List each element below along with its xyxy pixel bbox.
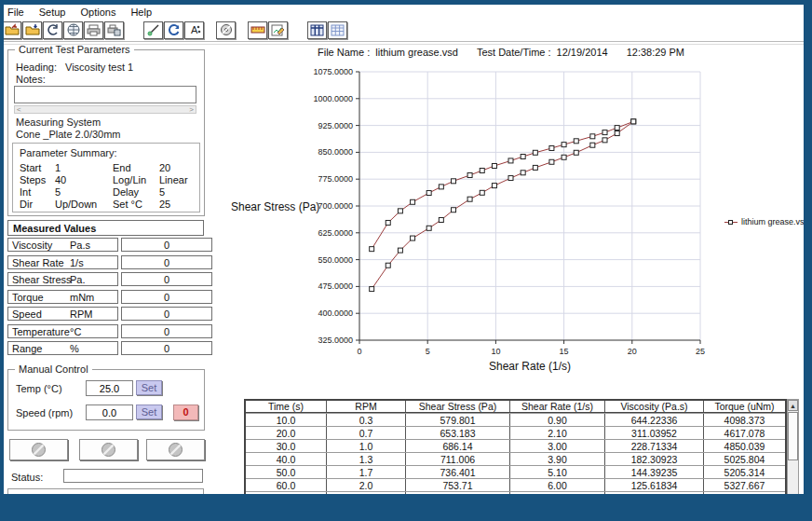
- results-header-cell: Time (s): [246, 401, 327, 412]
- measured-unit-text: RPM: [70, 308, 92, 320]
- speed-set-button[interactable]: Set: [136, 404, 162, 419]
- results-data-row: 20.00.7653.1832.10311.039524617.078: [246, 426, 785, 439]
- data-marker: [492, 184, 496, 188]
- results-cell: 182.30923: [605, 453, 704, 465]
- scroll-up-icon[interactable]: ▲: [788, 400, 798, 411]
- results-header-cell: Shear Stress (Pa): [406, 401, 510, 412]
- scroll-left-icon[interactable]: <: [17, 106, 21, 113]
- notes-input[interactable]: [14, 86, 196, 103]
- data-marker: [386, 220, 390, 225]
- notes-hscrollbar[interactable]: < >: [14, 105, 196, 114]
- shear-stress-chart: 325.0000400.0000475.0000550.0000625.0000…: [310, 58, 720, 379]
- param-summary-cell: 5: [159, 186, 196, 199]
- results-data-row: 40.01.3711.0063.90182.309235025.804: [246, 452, 785, 465]
- measured-label-shear-stress: Shear StressPa.: [7, 272, 118, 286]
- chart-edit-icon: [271, 24, 285, 36]
- measured-unit-text: 1/s: [70, 257, 84, 268]
- results-header-cell: RPM: [327, 401, 406, 412]
- menu-help[interactable]: Help: [130, 7, 152, 18]
- results-cell: 6.00: [510, 479, 605, 491]
- menu-options[interactable]: Options: [80, 7, 115, 18]
- measured-value-box: 0: [121, 290, 212, 304]
- grid-light-button[interactable]: [328, 21, 347, 39]
- y-tick-label: 325.0000: [318, 336, 353, 345]
- save-file-button[interactable]: [22, 21, 42, 39]
- measured-label-shear-rate: Shear Rate1/s: [7, 255, 118, 269]
- data-marker: [562, 143, 566, 147]
- results-cell: 4098.373: [704, 414, 785, 426]
- menu-file[interactable]: File: [7, 7, 24, 18]
- results-cell: 40.0: [246, 453, 327, 465]
- data-marker: [562, 155, 566, 159]
- svg-text:A: A: [191, 24, 198, 35]
- ruler-button[interactable]: [248, 21, 267, 39]
- results-cell: 1.7: [327, 466, 406, 478]
- results-cell: 644.22336: [605, 414, 704, 426]
- y-tick-label: 400.0000: [318, 308, 353, 318]
- results-grid: Time (s)RPMShear Stress (Pa)Shear Rate (…: [244, 399, 787, 496]
- prohibited-icon: [31, 442, 47, 458]
- menu-setup[interactable]: Setup: [39, 7, 66, 18]
- data-marker: [521, 171, 525, 175]
- measured-label-speed: SpeedRPM: [7, 307, 118, 321]
- results-cell: 2.0: [327, 479, 406, 491]
- ruler-icon: [250, 24, 265, 35]
- test-date-value: 12/19/2014: [557, 47, 608, 58]
- status-input[interactable]: [63, 469, 203, 483]
- print-button[interactable]: [84, 21, 103, 39]
- open-file-button[interactable]: [2, 21, 21, 39]
- cd-button[interactable]: [216, 21, 236, 39]
- refresh-button[interactable]: [164, 21, 183, 39]
- manual-control-title: Manual Control: [15, 363, 92, 375]
- redo-button[interactable]: [43, 21, 62, 39]
- file-name-label: File Name :: [318, 47, 370, 58]
- chart-legend: lithium grease.vsd: [724, 217, 809, 226]
- print-preview-button[interactable]: [104, 21, 124, 39]
- y-tick-label: 1075.0000: [313, 67, 353, 76]
- scroll-right-icon[interactable]: >: [189, 106, 194, 113]
- measured-label-text: Torque: [12, 292, 44, 303]
- results-cell: 579.801: [406, 414, 510, 426]
- notes-label: Notes:: [16, 74, 46, 85]
- results-cell: 10.0: [246, 414, 327, 426]
- temp-set-button[interactable]: Set: [136, 380, 162, 395]
- results-cell: 311.03952: [605, 427, 704, 439]
- stop-button-2[interactable]: [79, 439, 138, 460]
- data-marker: [521, 155, 525, 159]
- measured-label-viscosity: ViscosityPa.s: [7, 238, 118, 252]
- y-tick-label: 475.0000: [318, 281, 353, 291]
- menubar: File Setup Options Help: [7, 7, 152, 18]
- data-marker: [615, 126, 619, 130]
- param-summary-cell: Linear: [159, 174, 196, 186]
- measured-values-header: Measured Values: [7, 220, 204, 236]
- param-summary-cell: End: [113, 162, 159, 174]
- data-sphere-button[interactable]: [63, 21, 83, 39]
- speed-input[interactable]: [86, 404, 133, 420]
- chart-edit-button[interactable]: [268, 21, 288, 39]
- data-marker: [602, 138, 607, 143]
- measured-label-text: Shear Rate: [12, 257, 64, 268]
- data-marker: [480, 168, 484, 172]
- grid-dark-button[interactable]: [307, 21, 327, 39]
- x-tick-label: 15: [560, 347, 569, 356]
- results-cell: 711.006: [406, 453, 510, 465]
- temp-input[interactable]: [86, 380, 133, 396]
- results-cell: 125.61834: [605, 479, 704, 491]
- draw-line-button[interactable]: [143, 21, 163, 39]
- zero-speed-button[interactable]: 0: [173, 404, 198, 420]
- stop-button-3[interactable]: [146, 439, 205, 460]
- x-tick-label: 20: [628, 347, 637, 356]
- stop-button-1[interactable]: [9, 439, 68, 460]
- point-labels-button[interactable]: A: [184, 21, 204, 39]
- data-marker: [508, 158, 513, 163]
- results-data-row: 60.02.0753.716.00125.618345327.667: [246, 478, 785, 491]
- test-datetime-label: Test Date/Time :: [477, 47, 551, 58]
- measured-label-text: Shear Stress: [12, 274, 72, 285]
- y-tick-label: 1000.0000: [313, 94, 353, 103]
- param-summary-cell: Start: [20, 162, 55, 174]
- data-marker: [508, 176, 513, 181]
- scrollbar-thumb[interactable]: [788, 412, 798, 460]
- results-scrollbar[interactable]: ▲: [787, 399, 799, 496]
- measured-value-box: 0: [121, 272, 212, 286]
- parameter-summary-rows: Start1End20Steps40Log/LinLinearInt5Delay…: [20, 162, 196, 211]
